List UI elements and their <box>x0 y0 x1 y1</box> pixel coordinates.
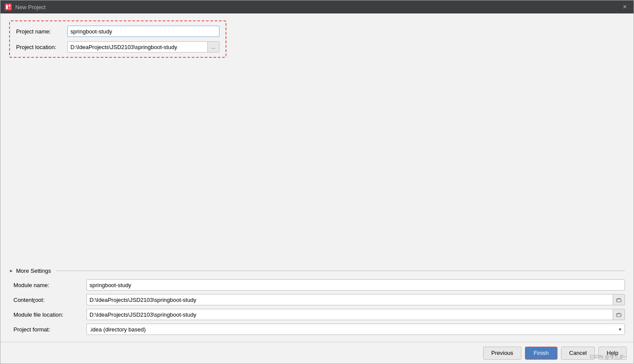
title-bar-left: New Project <box>5 3 46 10</box>
new-project-dialog: New Project × Project name: Project loca… <box>0 0 634 364</box>
module-file-browse-button[interactable] <box>613 309 625 320</box>
more-settings-label: More Settings <box>16 268 51 274</box>
svg-rect-0 <box>5 3 12 10</box>
main-empty-area <box>9 65 625 268</box>
previous-button[interactable]: Previous <box>483 347 522 360</box>
more-settings-section: More Settings Module name: Content root: <box>9 268 625 335</box>
bottom-bar: Previous Finish Cancel Help <box>0 342 634 364</box>
svg-rect-1 <box>6 5 8 9</box>
module-name-input[interactable] <box>86 279 625 291</box>
dialog-content: Project name: Project location: ... <box>0 13 634 342</box>
title-bar: New Project × <box>0 0 634 13</box>
module-name-label: Module name: <box>13 279 83 291</box>
more-settings-header[interactable]: More Settings <box>9 268 625 274</box>
project-name-input[interactable] <box>67 26 219 37</box>
svg-marker-4 <box>10 270 13 272</box>
project-name-row: Project name: <box>16 26 219 37</box>
project-format-group: .idea (directory based) Eclipse (.classp… <box>86 324 625 335</box>
location-browse-button[interactable]: ... <box>207 41 219 53</box>
module-file-label: Module file location: <box>13 309 83 320</box>
content-root-browse-button[interactable] <box>613 294 625 305</box>
project-location-input[interactable] <box>67 41 207 53</box>
module-file-input[interactable] <box>86 309 613 320</box>
app-icon <box>5 3 12 10</box>
content-root-input[interactable] <box>86 294 613 305</box>
divider-line <box>56 271 625 271</box>
module-file-group <box>86 309 625 320</box>
content-root-group <box>86 294 625 305</box>
project-location-row: Project location: ... <box>16 41 219 53</box>
finish-button[interactable]: Finish <box>525 347 558 360</box>
top-section-highlighted: Project name: Project location: ... <box>9 20 226 58</box>
watermark: CSDN @李三岁~ <box>590 354 627 360</box>
settings-grid: Module name: Content root: Module file l… <box>9 279 625 335</box>
location-input-group: ... <box>67 41 219 53</box>
project-location-label: Project location: <box>16 44 64 50</box>
collapse-triangle-icon <box>9 269 13 273</box>
project-name-label: Project name: <box>16 28 64 35</box>
project-format-select[interactable]: .idea (directory based) Eclipse (.classp… <box>86 324 625 335</box>
svg-rect-3 <box>9 7 10 9</box>
content-root-label: Content root: <box>13 294 83 305</box>
project-format-label: Project format: <box>13 324 83 335</box>
dialog-title: New Project <box>15 4 46 10</box>
close-button[interactable]: × <box>621 3 629 11</box>
svg-rect-2 <box>9 5 10 7</box>
